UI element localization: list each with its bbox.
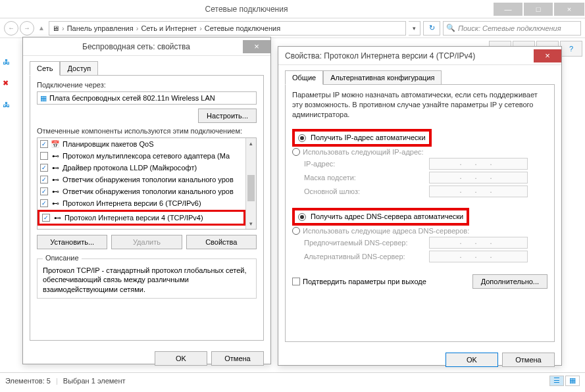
component-icon: ⊷ (51, 187, 60, 196)
component-icon: 📅 (51, 140, 60, 149)
component-checkbox[interactable]: ✓ (40, 140, 48, 148)
radio-dns-auto[interactable] (298, 213, 306, 221)
conn-icon-3: 🖧 (3, 101, 10, 109)
view-details-icon[interactable]: ☰ (549, 376, 564, 386)
radio-ip-auto-label: Получить IP-адрес автоматически (311, 134, 425, 141)
component-item[interactable]: ✓📅Планировщик пакетов QoS (38, 138, 245, 150)
breadcrumb-network[interactable]: Сеть и Интернет (141, 24, 197, 32)
component-label: Протокол Интернета версии 4 (TCP/IPv4) (64, 214, 203, 222)
address-dropdown-button[interactable]: ▾ (409, 21, 420, 36)
component-label: Ответчик обнаружения топологии канальног… (63, 187, 234, 195)
connect-through-label: Подключение через: (37, 81, 257, 89)
cancel-button[interactable]: Отмена (211, 351, 264, 366)
component-checkbox[interactable]: ✓ (40, 187, 48, 195)
component-item[interactable]: ✓⊷Драйвер протокола LLDP (Майкрософт) (38, 162, 245, 174)
nav-up-icon[interactable]: ▲ (37, 21, 46, 36)
tab-general[interactable]: Общие (285, 70, 323, 85)
radio-ip-manual-label: Использовать следующий IP-адрес: (303, 148, 424, 156)
breadcrumb-panel[interactable]: Панель управления (67, 24, 134, 32)
scroll-up-button[interactable]: ▴ (246, 138, 256, 149)
background-icons: 🖧 ✖ 🖧 (3, 58, 10, 109)
install-button[interactable]: Установить... (37, 235, 107, 249)
component-item[interactable]: ✓⊷Ответчик обнаружения топологии канальн… (38, 174, 245, 185)
minimize-button[interactable]: — (494, 3, 522, 16)
radio-dns-manual[interactable] (292, 227, 300, 235)
ipv4-ok-button[interactable]: OK (445, 353, 498, 367)
configure-button[interactable]: Настроить... (198, 109, 257, 123)
search-box[interactable]: 🔍 Поиск: Сетевые подключения (443, 21, 581, 36)
window-titlebar: Сетевые подключения — □ × (0, 0, 585, 18)
window-title: Сетевые подключения (0, 5, 493, 14)
mask-label: Маска подсети: (304, 174, 429, 182)
dns2-label: Альтернативный DNS-сервер: (304, 253, 429, 260)
tab-access[interactable]: Доступ (60, 61, 98, 76)
refresh-button[interactable]: ↻ (423, 21, 440, 36)
help-button[interactable]: ? (560, 41, 582, 57)
ipv4-properties-dialog: Свойства: Протокол Интернета версии 4 (T… (278, 46, 562, 366)
confirm-exit-label: Подтвердить параметры при выходе (303, 278, 426, 285)
dialog-close-button[interactable]: × (243, 40, 270, 53)
adapter-icon: ▦ (40, 94, 47, 103)
nav-back-button[interactable]: ← (4, 21, 18, 36)
advanced-button[interactable]: Дополнительно... (472, 274, 547, 289)
search-icon: 🔍 (446, 24, 455, 32)
tab-network[interactable]: Сеть (30, 61, 60, 76)
dialog-title: Беспроводная сеть: свойства (30, 42, 243, 51)
component-item[interactable]: ✓⊷Протокол Интернета версии 4 (TCP/IPv4) (38, 210, 245, 226)
dns1-label: Предпочитаемый DNS-сервер: (304, 239, 429, 247)
gateway-field: ... (429, 185, 528, 197)
wireless-properties-dialog: Беспроводная сеть: свойства × Сеть Досту… (22, 37, 271, 364)
description-text: Протокол TCP/IP - стандартный протокол г… (43, 266, 251, 294)
listbox-scrollbar[interactable]: ▴ ▾ (245, 138, 256, 229)
ipv4-close-button[interactable]: × (534, 49, 561, 62)
radio-ip-manual[interactable] (292, 148, 300, 156)
dns2-field: ... (429, 251, 528, 262)
statusbar: Элементов: 5 | Выбран 1 элемент ☰ ▦ (0, 372, 585, 388)
workspace: ▤ ▾ ▫ ? 🖧 ✖ 🖧 Беспроводная сеть: свойств… (0, 38, 585, 372)
scroll-down-button[interactable]: ▾ (246, 218, 256, 229)
breadcrumb-bar: ← → ▲ 🖥 › Панель управления › Сеть и Инт… (0, 18, 585, 38)
component-item[interactable]: ✓⊷Ответчик обнаружения топологии канальн… (38, 185, 245, 197)
dns1-field: ... (429, 237, 528, 249)
component-icon: ⊷ (51, 164, 60, 172)
adapter-name: Плата беспроводных сетей 802.11n Wireles… (49, 94, 215, 102)
computer-icon: 🖥 (52, 24, 59, 32)
component-label: Планировщик пакетов QoS (63, 140, 154, 148)
close-button[interactable]: × (554, 3, 584, 16)
address-bar[interactable]: 🖥 › Панель управления › Сеть и Интернет … (49, 21, 406, 36)
component-label: Протокол мультиплексора сетевого адаптер… (63, 152, 230, 160)
component-checkbox[interactable]: ✓ (40, 164, 48, 172)
ipv4-cancel-button[interactable]: Отмена (502, 353, 555, 367)
search-placeholder: Поиск: Сетевые подключения (458, 24, 561, 32)
component-checkbox[interactable] (40, 152, 48, 160)
description-label: Описание (43, 254, 82, 262)
nav-forward-button[interactable]: → (20, 21, 34, 36)
component-icon: ⊷ (51, 152, 60, 160)
component-checkbox[interactable]: ✓ (42, 214, 50, 222)
tab-altconfig[interactable]: Альтернативная конфигурация (323, 70, 442, 85)
radio-ip-auto[interactable] (298, 134, 306, 142)
breadcrumb-connections[interactable]: Сетевые подключения (205, 24, 280, 32)
ipv4-intro-text: Параметры IP можно назначать автоматичес… (292, 90, 547, 120)
gateway-label: Основной шлюз: (304, 187, 429, 195)
confirm-checkbox[interactable] (292, 278, 300, 285)
component-checkbox[interactable]: ✓ (40, 176, 48, 184)
ok-button[interactable]: OK (155, 351, 207, 366)
dialog-titlebar[interactable]: Беспроводная сеть: свойства × (23, 37, 270, 56)
component-icon: ⊷ (51, 199, 60, 208)
ipv4-dialog-title: Свойства: Протокол Интернета версии 4 (T… (285, 51, 475, 61)
ipv4-titlebar[interactable]: Свойства: Протокол Интернета версии 4 (T… (278, 47, 561, 65)
mask-field: ... (429, 172, 528, 184)
status-selected: Выбран 1 элемент (63, 377, 126, 385)
components-listbox[interactable]: ✓📅Планировщик пакетов QoS⊷Протокол мульт… (37, 137, 257, 230)
view-tiles-icon[interactable]: ▦ (565, 376, 580, 386)
radio-dns-auto-label: Получить адрес DNS-сервера автоматически (311, 212, 463, 220)
component-checkbox[interactable]: ✓ (40, 199, 48, 207)
radio-dns-manual-label: Использовать следующие адреса DNS-сервер… (303, 227, 469, 235)
ip-address-label: IP-адрес: (304, 160, 429, 168)
properties-button[interactable]: Свойства (186, 235, 257, 249)
scroll-thumb[interactable] (247, 175, 255, 201)
component-item[interactable]: ⊷Протокол мультиплексора сетевого адапте… (38, 150, 245, 162)
maximize-button[interactable]: □ (524, 3, 553, 16)
component-item[interactable]: ✓⊷Протокол Интернета версии 6 (TCP/IPv6) (38, 197, 245, 209)
